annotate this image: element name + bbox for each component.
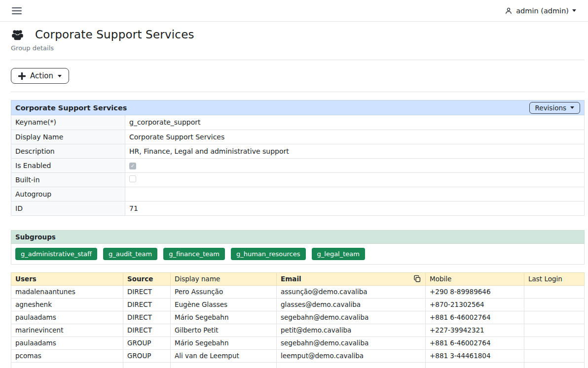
field-row-id: ID 71 (11, 201, 585, 215)
page-subtitle: Group details (11, 44, 585, 52)
cell-username: agneshenk (11, 298, 123, 311)
col-header-source: Source (123, 272, 171, 285)
cell-mobile: +870-21302564 (426, 298, 524, 311)
col-header-display-name: Display name (171, 272, 277, 285)
field-label: Description (11, 144, 125, 158)
col-header-email-label: Email (281, 275, 301, 283)
user-row-partial (11, 362, 585, 368)
cell-display-name: Gilberto Petit (171, 324, 277, 336)
field-value: HR, Finance, Legal and administrative su… (125, 144, 585, 158)
topbar: admin (admin) (0, 0, 588, 22)
subgroups-panel: Subgroups g_administrative_staff g_audit… (11, 230, 585, 265)
users-table-header-row: Users Source Display name Email Mo (11, 272, 585, 285)
cell-source: DIRECT (123, 298, 171, 311)
field-row-keyname: Keyname(*) g_corporate_support (11, 115, 585, 130)
user-row[interactable]: paulaadams DIRECT Mário Segebahn segebah… (11, 311, 585, 324)
chevron-down-icon (572, 9, 576, 12)
cell-email: segebahn@demo.cavaliba (277, 336, 426, 349)
cell-username: paulaadams (11, 311, 123, 324)
cell-last-login (524, 298, 585, 311)
cell-source: DIRECT (123, 311, 171, 324)
cell-mobile: +881 3-44461804 (426, 349, 524, 362)
cell-source: GROUP (123, 336, 171, 349)
cell-username: madalenaantunes (11, 285, 123, 298)
field-label: Built-in (11, 172, 125, 187)
cell-source: DIRECT (123, 285, 171, 298)
user-row[interactable]: marinevincent DIRECT Gilberto Petit peti… (11, 324, 585, 336)
cell-last-login (524, 349, 585, 362)
cell-email: leemput@demo.cavaliba (277, 349, 426, 362)
subgroup-badge[interactable]: g_audit_team (103, 248, 157, 260)
field-label: Is Enabled (11, 158, 125, 172)
cell-display-name: Pero Assunção (171, 285, 277, 298)
cell-username: marinevincent (11, 324, 123, 336)
is-enabled-checkbox: ✓ (129, 163, 136, 169)
field-value (125, 187, 585, 201)
cell-email: glasses@demo.cavaliba (277, 298, 426, 311)
copy-icon[interactable] (413, 275, 421, 283)
person-icon (505, 7, 513, 15)
cell-mobile: +290 8-89989646 (426, 285, 524, 298)
user-menu[interactable]: admin (admin) (505, 7, 576, 15)
col-header-last-login: Last Login (524, 272, 585, 285)
field-label: ID (11, 201, 125, 215)
field-label: Keyname(*) (11, 115, 125, 130)
field-row-autogroup: Autogroup (11, 187, 585, 201)
col-header-users: Users (11, 272, 123, 285)
field-row-display-name: Display Name Corporate Support Services (11, 130, 585, 144)
users-section: Users Source Display name Email Mo (11, 272, 585, 368)
cell-last-login (524, 336, 585, 349)
col-header-email: Email (277, 272, 426, 285)
field-row-built-in: Built-in (11, 172, 585, 187)
subgroup-badge[interactable]: g_human_resources (231, 248, 306, 260)
cell-display-name: Eugène Glasses (171, 298, 277, 311)
cell-email: assunção@demo.cavaliba (277, 285, 426, 298)
page-header: Corporate Support Services (11, 28, 585, 41)
user-row[interactable]: agneshenk DIRECT Eugène Glasses glasses@… (11, 298, 585, 311)
divider (11, 92, 585, 92)
cell-mobile: +881 6-46002764 (426, 311, 524, 324)
user-row[interactable]: madalenaantunes DIRECT Pero Assunção ass… (11, 285, 585, 298)
user-menu-label: admin (admin) (516, 7, 569, 15)
cell-username: paulaadams (11, 336, 123, 349)
field-value: g_corporate_support (125, 115, 585, 130)
cell-mobile: +881 6-46002764 (426, 336, 524, 349)
revisions-button-label: Revisions (535, 104, 566, 112)
cell-username: pcomas (11, 349, 123, 362)
field-row-is-enabled: Is Enabled ✓ (11, 158, 585, 172)
cell-last-login (524, 324, 585, 336)
subgroup-badge[interactable]: g_administrative_staff (15, 248, 97, 260)
hamburger-menu-icon[interactable] (12, 5, 22, 16)
subgroup-badge[interactable]: g_legal_team (312, 248, 365, 260)
chevron-down-icon (58, 75, 62, 77)
cell-display-name: Mário Segebahn (171, 336, 277, 349)
action-button[interactable]: Action (11, 68, 69, 84)
cell-last-login (524, 285, 585, 298)
subgroup-badge[interactable]: g_finance_team (163, 248, 225, 260)
cell-email: petit@demo.cavaliba (277, 324, 426, 336)
field-value: Corporate Support Services (125, 130, 585, 144)
built-in-checkbox (129, 175, 136, 182)
group-panel-title: Corporate Support Services (15, 104, 127, 112)
group-users-icon (11, 29, 24, 41)
revisions-button[interactable]: Revisions (529, 102, 580, 114)
col-header-mobile: Mobile (426, 272, 524, 285)
plus-icon (18, 72, 26, 80)
cell-display-name: Ali van de Leemput (171, 349, 277, 362)
user-row[interactable]: pcomas GROUP Ali van de Leemput leemput@… (11, 349, 585, 362)
group-details-panel: Corporate Support Services Revisions Key… (11, 100, 585, 216)
field-label: Display Name (11, 130, 125, 144)
subgroups-list: g_administrative_staff g_audit_team g_fi… (11, 244, 585, 265)
group-panel-header: Corporate Support Services Revisions (11, 100, 585, 115)
user-row[interactable]: paulaadams GROUP Mário Segebahn segebahn… (11, 336, 585, 349)
chevron-down-icon (570, 106, 574, 109)
cell-last-login (524, 311, 585, 324)
page-title: Corporate Support Services (35, 28, 194, 41)
field-row-description: Description HR, Finance, Legal and admin… (11, 144, 585, 158)
cell-display-name: Mário Segebahn (171, 311, 277, 324)
cell-source: DIRECT (123, 324, 171, 336)
subgroups-header: Subgroups (11, 230, 585, 244)
subgroups-title: Subgroups (15, 233, 56, 241)
group-fields-table: Keyname(*) g_corporate_support Display N… (11, 115, 585, 216)
field-value: 71 (125, 201, 585, 215)
